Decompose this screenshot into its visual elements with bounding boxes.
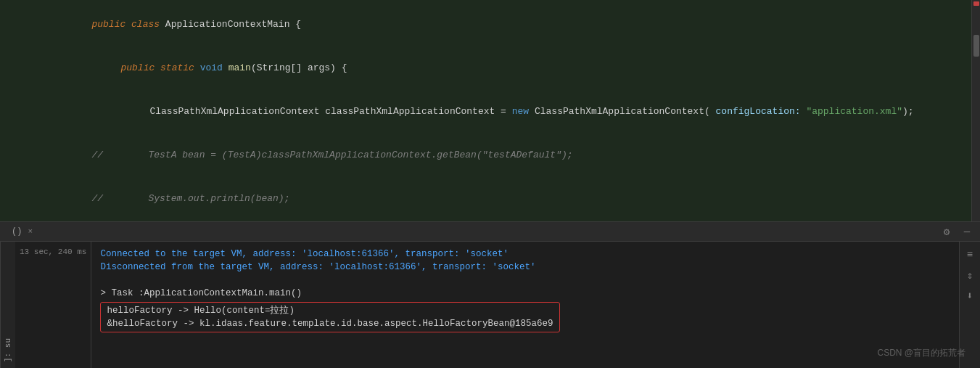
scroll-thumb-top [973, 1, 979, 6]
code-line-6: // TestA beana = (TestA)classPathXmlAppl… [0, 221, 980, 221]
kw-public: public [120, 62, 160, 73]
keyword-class: class [131, 19, 165, 30]
code-line-5: // System.out.println(bean); [0, 177, 980, 221]
csdn-watermark: CSDN @盲目的拓荒者 [877, 347, 965, 359]
kw-static: static [160, 62, 200, 73]
console-line-1: Connected to the target VM, address: 'lo… [100, 248, 950, 261]
classpathxml-decl: ClassPathXmlApplicationContext classPath… [149, 106, 511, 117]
class-name: ApplicationContextMain { [165, 19, 301, 30]
tab-label: () [12, 226, 22, 237]
console-output-line-2: &helloFactory -> kl.idaas.feature.templa… [107, 317, 553, 330]
code-line-1: public class ApplicationContextMain { [0, 3, 980, 46]
scroll-thumb[interactable] [973, 35, 979, 57]
code-content: public class ApplicationContextMain { pu… [0, 0, 980, 221]
console-left-label: ]: su [0, 242, 15, 368]
comment-1: // TestA bean = (TestA)classPathXmlAppli… [91, 150, 572, 160]
main-params: (String[] args) { [251, 62, 347, 73]
appxml-string: "application.xml" [806, 106, 902, 117]
kw-void: void [200, 62, 228, 73]
console-label-text: ]: su [4, 338, 12, 362]
keyword-public: public [91, 19, 131, 30]
kw-new: new [512, 106, 535, 117]
console-highlight-box: helloFactory -> Hello(content=拉拉) &hello… [100, 302, 559, 332]
line-code-3: ClassPathXmlApplicationContext classPath… [44, 90, 980, 134]
code-editor: public class ApplicationContextMain { pu… [0, 0, 980, 221]
console-icon-1[interactable]: ≡ [963, 248, 977, 262]
configlocation-param: configLocation: [710, 106, 807, 117]
tab-bar: () × ⚙ — [0, 221, 980, 242]
tab-item-brackets[interactable]: () × [6, 224, 38, 240]
code-line-3: ClassPathXmlApplicationContext classPath… [0, 90, 980, 134]
console-line-blank [100, 274, 950, 287]
console-time-text: 13 sec, 240 ms [20, 248, 86, 256]
console-line-task: > Task :ApplicationContextMain.main() [100, 287, 950, 300]
console-line-2: Disconnected from the target VM, address… [100, 261, 950, 274]
line-code-5: // System.out.println(bean); [44, 177, 980, 221]
console-time: 13 sec, 240 ms [15, 242, 91, 368]
gear-icon[interactable]: ⚙ [939, 224, 954, 239]
editor-scrollbar[interactable] [971, 0, 980, 221]
console-icon-2[interactable]: ⇕ [963, 268, 977, 282]
classpathxml-ctor: ClassPathXmlApplicationContext( [535, 106, 710, 117]
csdn-text: CSDN @盲目的拓荒者 [877, 348, 965, 358]
comment-2: // System.out.println(bean); [91, 193, 289, 204]
console-output-line-1: helloFactory -> Hello(content=拉拉) [107, 304, 553, 317]
tab-right-icons: ⚙ — [939, 224, 974, 239]
code-line-4: // TestA bean = (TestA)classPathXmlAppli… [0, 134, 980, 177]
console-icon-3[interactable]: ⬇ [963, 288, 977, 303]
console-area: ]: su 13 sec, 240 ms Connected to the ta… [0, 242, 980, 368]
line-code-4: // TestA bean = (TestA)classPathXmlAppli… [44, 134, 980, 177]
tab-close[interactable]: × [28, 227, 33, 236]
close-paren: ); [902, 106, 914, 117]
line-code-2: public static void main(String[] args) { [44, 46, 980, 90]
line-code-6: // TestA beana = (TestA)classPathXmlAppl… [44, 221, 980, 221]
console-output: Connected to the target VM, address: 'lo… [91, 242, 959, 368]
code-line-2: public static void main(String[] args) { [0, 46, 980, 90]
method-main: main [228, 62, 251, 73]
dash-icon[interactable]: — [960, 224, 974, 239]
line-code-1: public class ApplicationContextMain { [44, 3, 980, 46]
